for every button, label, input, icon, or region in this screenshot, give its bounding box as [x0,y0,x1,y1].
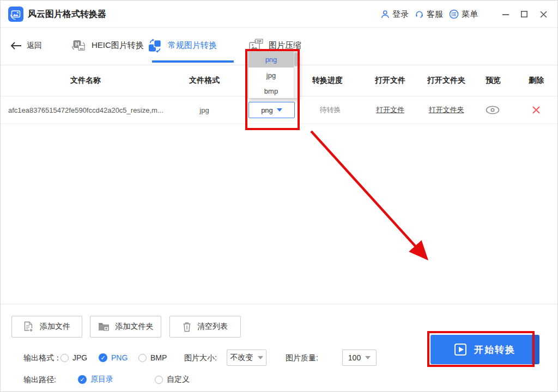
clear-list-label: 清空列表 [197,322,228,332]
row-output-format-select[interactable]: png [248,102,295,118]
row-source-format: jpg [199,106,209,114]
radio-circle-bmp [138,354,147,362]
add-folder-label: 添加文件夹 [116,322,154,332]
image-size-label: 图片大小: [184,350,217,366]
dropdown-scrollbar[interactable] [294,52,298,98]
back-button[interactable]: 返回 [10,28,42,63]
row-filename: afc1ea8376515472fe590fccd42a20c5_resize,… [8,106,163,114]
add-folder-button[interactable]: 添加文件夹 [90,316,161,338]
dropdown-option-bmp[interactable]: bmp [248,83,298,99]
active-tab-underline [152,60,234,63]
tab-regular-convert[interactable]: 常规图片转换 [148,28,217,63]
title-bar: 风云图片格式转换器 登录 客服 [1,1,557,28]
output-format-label: 输出格式： [23,350,62,366]
image-quality-value: 100 [348,353,361,362]
menu-label: 菜单 [462,9,478,20]
radio-original-label: 原目录 [90,375,113,384]
col-header-progress: 转换进度 [312,76,343,85]
image-size-value: 不改变 [231,353,253,363]
radio-jpg-label: JPG [72,353,87,362]
settings-row-path: 输出路径: 原目录 自定义 [1,371,557,388]
row-output-format-value: png [261,106,273,114]
radio-circle-original-checked [78,375,87,384]
dropdown-scrollbar-thumb[interactable] [294,52,298,66]
radio-circle-png-checked [99,353,107,362]
dropdown-option-jpg[interactable]: jpg [248,68,298,83]
add-file-icon [23,321,34,333]
radio-original-dir[interactable]: 原目录 [78,371,113,388]
radio-custom-label: 自定义 [167,375,190,384]
start-convert-label: 开始转换 [474,344,515,356]
chevron-down-icon [277,108,282,112]
close-icon [539,10,548,19]
col-header-format: 文件格式 [189,76,220,85]
tab-heic-convert[interactable]: H HEIC图片转换 [71,28,144,63]
eye-icon [486,106,500,115]
open-folder-link[interactable]: 打开文件夹 [429,105,464,115]
radio-custom-dir[interactable]: 自定义 [155,371,190,388]
col-header-filename: 文件名称 [70,76,101,85]
minimize-button[interactable] [500,1,512,28]
back-label: 返回 [27,41,42,51]
customer-service-button[interactable]: 客服 [415,1,443,28]
add-file-button[interactable]: 添加文件 [11,316,82,338]
tab-regular-label: 常规图片转换 [168,40,217,51]
heic-icon: H [71,39,86,53]
start-convert-button[interactable]: 开始转换 [430,335,539,364]
col-header-delete: 删除 [529,76,544,85]
table-row: afc1ea8376515472fe590fccd42a20c5_resize,… [1,96,557,124]
tab-compress-label: 图片压缩 [269,40,301,51]
maximize-icon [520,10,528,18]
preview-button[interactable] [486,106,500,115]
trash-icon [183,322,191,332]
zip-compress-icon: ZIP [248,39,263,52]
image-size-select[interactable]: 不改变 [227,350,266,366]
minimize-icon [502,10,510,18]
delete-x-icon [532,106,541,115]
format-dropdown-panel: png jpg bmp [248,51,299,99]
app-window: 风云图片格式转换器 登录 客服 [0,0,558,392]
swap-icon [148,39,162,53]
clear-list-button[interactable]: 清空列表 [169,316,241,338]
menu-icon [449,9,459,19]
col-header-preview: 预览 [486,76,501,85]
output-path-label: 输出路径: [23,371,56,388]
radio-circle-jpg [60,354,69,362]
col-header-open-folder: 打开文件夹 [427,76,465,85]
col-header-open-file: 打开文件 [375,76,405,85]
image-quality-select[interactable]: 100 [342,350,377,366]
chevron-down-icon [258,356,263,359]
login-label: 登录 [392,9,409,20]
radio-jpg[interactable]: JPG [60,350,87,366]
radio-bmp-label: BMP [150,353,167,362]
radio-png[interactable]: PNG [99,350,128,366]
user-icon [380,10,390,19]
chevron-down-icon [365,356,371,359]
maximize-button[interactable] [518,1,530,28]
login-button[interactable]: 登录 [380,1,409,28]
radio-png-label: PNG [111,353,128,362]
app-logo-icon [8,7,23,22]
radio-circle-custom [155,376,163,384]
tab-heic-label: HEIC图片转换 [92,40,144,51]
play-icon [454,344,466,356]
image-quality-label: 图片质量: [286,350,318,366]
close-button[interactable] [537,1,549,28]
bottom-panel: 添加文件 添加文件夹 清空列表 输出格式： [1,304,557,391]
add-folder-icon [98,322,110,332]
customer-service-label: 客服 [427,9,443,20]
delete-row-button[interactable] [532,106,541,115]
add-file-label: 添加文件 [40,322,70,332]
svg-text:ZIP: ZIP [257,40,262,43]
back-arrow-icon [10,42,22,50]
row-status: 待转换 [320,105,341,115]
menu-button[interactable]: 菜单 [449,1,478,28]
headset-icon [415,10,424,19]
dropdown-option-png[interactable]: png [248,52,298,68]
app-title: 风云图片格式转换器 [28,1,106,28]
radio-bmp[interactable]: BMP [138,350,167,366]
open-file-link[interactable]: 打开文件 [376,105,404,115]
